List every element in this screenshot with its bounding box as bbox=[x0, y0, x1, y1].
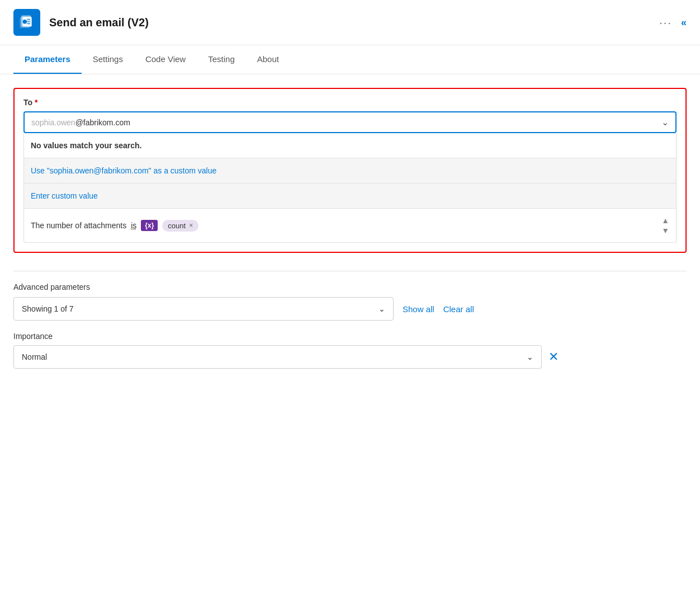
tab-about[interactable]: About bbox=[246, 45, 290, 74]
advanced-params-section: Advanced parameters Showing 1 of 7 ⌄ Sho… bbox=[13, 283, 687, 321]
importance-section: Importance Normal ⌄ ✕ bbox=[13, 332, 687, 369]
use-custom-value-option[interactable]: Use "sophia.owen@fabrikom.com" as a cust… bbox=[24, 158, 676, 183]
advanced-params-chevron-icon: ⌄ bbox=[379, 304, 385, 313]
count-chip: count × bbox=[162, 220, 198, 232]
tabs-container: Parameters Settings Code View Testing Ab… bbox=[0, 45, 700, 74]
attachments-arrows: ▲ ▼ bbox=[661, 217, 669, 234]
arrow-up-icon[interactable]: ▲ bbox=[661, 217, 669, 224]
tab-testing[interactable]: Testing bbox=[197, 45, 246, 74]
fx-badge[interactable]: {x} bbox=[141, 220, 158, 231]
to-field-section: To * sophia.owen@fabrikom.com ⌄ No value… bbox=[13, 88, 687, 253]
to-input-wrapper[interactable]: sophia.owen@fabrikom.com ⌄ bbox=[23, 111, 677, 133]
app-icon bbox=[13, 9, 40, 36]
divider-1 bbox=[13, 271, 687, 271]
outlook-icon bbox=[18, 14, 35, 31]
required-indicator: * bbox=[35, 98, 37, 107]
svg-rect-5 bbox=[27, 21, 30, 22]
to-field-label: To * bbox=[23, 98, 677, 107]
count-chip-label: count bbox=[168, 222, 186, 230]
no-results-text: No values match your search. bbox=[24, 133, 676, 158]
importance-row: Normal ⌄ ✕ bbox=[13, 345, 687, 369]
app-container: Send an email (V2) ··· « Parameters Sett… bbox=[0, 0, 700, 607]
collapse-button[interactable]: « bbox=[681, 17, 687, 29]
svg-point-3 bbox=[23, 20, 27, 24]
dropdown-menu: No values match your search. Use "sophia… bbox=[23, 133, 677, 243]
to-input-field[interactable]: sophia.owen@fabrikom.com bbox=[31, 118, 657, 127]
tab-code-view[interactable]: Code View bbox=[134, 45, 197, 74]
clear-all-button[interactable]: Clear all bbox=[443, 304, 474, 314]
advanced-params-row: Showing 1 of 7 ⌄ Show all Clear all bbox=[13, 297, 687, 321]
more-options-button[interactable]: ··· bbox=[659, 16, 672, 29]
attachments-is-text: is bbox=[131, 221, 136, 230]
importance-select[interactable]: Normal ⌄ bbox=[13, 345, 542, 369]
arrow-down-icon[interactable]: ▼ bbox=[661, 227, 669, 234]
importance-clear-button[interactable]: ✕ bbox=[548, 350, 559, 364]
tab-settings[interactable]: Settings bbox=[82, 45, 134, 74]
importance-label: Importance bbox=[13, 332, 687, 341]
attachments-row: The number of attachments is {x} count ×… bbox=[24, 208, 676, 242]
header: Send an email (V2) ··· « bbox=[0, 0, 700, 45]
advanced-params-select[interactable]: Showing 1 of 7 ⌄ bbox=[13, 297, 394, 321]
header-actions: ··· « bbox=[659, 16, 687, 29]
importance-chevron-icon: ⌄ bbox=[527, 352, 533, 361]
enter-custom-value-option[interactable]: Enter custom value bbox=[24, 183, 676, 208]
main-content: To * sophia.owen@fabrikom.com ⌄ No value… bbox=[0, 74, 700, 607]
show-all-button[interactable]: Show all bbox=[403, 304, 434, 314]
tab-parameters[interactable]: Parameters bbox=[13, 45, 82, 74]
advanced-params-label: Advanced parameters bbox=[13, 283, 687, 291]
advanced-params-select-value: Showing 1 of 7 bbox=[22, 304, 74, 313]
svg-rect-4 bbox=[27, 19, 30, 20]
count-chip-remove-button[interactable]: × bbox=[189, 222, 193, 229]
page-title: Send an email (V2) bbox=[49, 16, 659, 29]
svg-rect-6 bbox=[27, 23, 30, 24]
chevron-down-icon[interactable]: ⌄ bbox=[661, 117, 669, 128]
attachments-text-before: The number of attachments bbox=[31, 221, 126, 230]
importance-value: Normal bbox=[22, 352, 47, 361]
to-input-value: @fabrikom.com bbox=[75, 118, 130, 127]
to-input-grey-part: sophia.owen bbox=[31, 118, 75, 127]
